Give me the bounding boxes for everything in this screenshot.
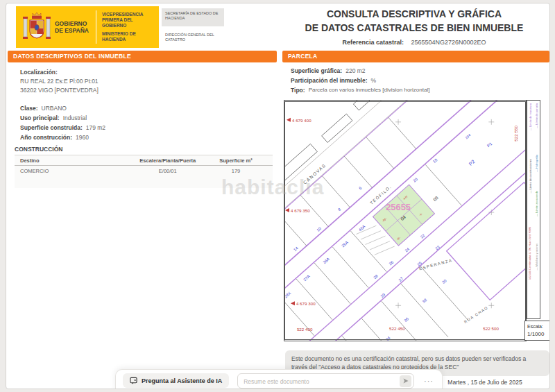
ai-assistant-bar: Pregunta al Asistente de IA ··· xyxy=(115,369,443,389)
field-superficie-construida: Superficie construida: 179 m2 xyxy=(20,124,105,131)
ai-input-wrap xyxy=(237,373,414,389)
direccion-general-text: DIRECCIÓN GENERAL DEL CATASTRO xyxy=(162,33,224,42)
logo-divider xyxy=(96,10,96,44)
table-row: COMERCIO E/00/01 179 xyxy=(15,166,273,176)
cadastral-map-svg: CÁNOVAS 16 xyxy=(284,101,526,341)
ask-ai-assistant-button[interactable]: Pregunta al Asistente de IA xyxy=(123,373,229,388)
cadastral-reference: Referencia catastral: 2565504NG2726N0002… xyxy=(278,39,550,46)
send-icon xyxy=(402,377,409,384)
document-title-line2: DE DATOS CATASTRALES DE BIEN INMUEBLE xyxy=(278,22,550,33)
field-superficie-grafica: Superficie gráfica: 220 m2 xyxy=(291,67,366,74)
construccion-title: CONSTRUCCIÓN xyxy=(15,146,62,153)
more-options-button[interactable]: ··· xyxy=(422,377,435,385)
cadastral-map: CÁNOVAS 16 xyxy=(284,100,527,341)
ask-ai-label: Pregunta al Asistente de IA xyxy=(142,377,222,384)
map-scale: Escala: 1/1000 xyxy=(524,321,550,341)
section-header-parcela: PARCELA xyxy=(282,51,549,62)
block-number: 25655 xyxy=(386,202,411,212)
legend-mobiliario-aceras: Mobiliario y aceras xyxy=(535,244,538,270)
legend-limite-construcciones: Límite de construcciones xyxy=(529,159,532,193)
scale-value: 1/1000 xyxy=(527,330,547,339)
svg-text:522 550: 522 550 xyxy=(513,126,518,142)
field-uso-principal: Uso principal: Industrial xyxy=(20,114,87,121)
svg-text:4 679 400: 4 679 400 xyxy=(292,118,311,123)
legend-limite-parcela: Límite de parcela xyxy=(535,103,538,128)
svg-text:522 500: 522 500 xyxy=(483,326,499,331)
gobierno-logo: GOBIERNO DE ESPAÑA VICEPRESIDENCIA PRIME… xyxy=(16,6,159,48)
svg-text:522 450: 522 450 xyxy=(389,326,405,331)
gobierno-text: GOBIERNO DE ESPAÑA xyxy=(55,20,89,34)
svg-text:522 400: 522 400 xyxy=(297,327,313,332)
col-escalera: Escalera/Planta/Puerta xyxy=(131,157,205,164)
table-header-row: Destino Escalera/Planta/Puerta Superfici… xyxy=(15,155,273,166)
ref-value: 2565504NG2726N0002EO xyxy=(411,39,486,46)
ai-prompt-input[interactable] xyxy=(238,375,413,389)
send-button[interactable] xyxy=(400,375,411,387)
svg-text:4 679 300: 4 679 300 xyxy=(296,301,316,306)
legend-limite-zona-verde: Límite zona verde xyxy=(535,191,538,216)
construccion-table: Destino Escalera/Planta/Puerta Superfici… xyxy=(15,155,273,188)
address-line2: 36202 VIGO [PONTEVEDRA] xyxy=(20,87,99,94)
legend-hidrografia: Hidrografía xyxy=(535,155,538,172)
chat-assistant-icon xyxy=(130,377,137,384)
field-tipo: Tipo: Parcela con varios inmuebles [divi… xyxy=(291,87,429,94)
section-header-datos-descriptivos: DATOS DESCRIPTIVOS DEL INMUEBLE xyxy=(8,51,277,62)
ministry-text: VICEPRESIDENCIA PRIMERA DEL GOBIERNO MIN… xyxy=(102,12,159,42)
localizacion-label: Localización: xyxy=(20,69,58,76)
legend-limite-manzana: Límite de manzana xyxy=(529,103,532,130)
field-participacion: Participación del inmueble: % xyxy=(291,77,376,84)
scale-label: Escala: xyxy=(527,323,547,330)
ref-label: Referencia catastral: xyxy=(342,39,404,46)
col-destino: Destino xyxy=(20,157,131,164)
document-page: GOBIERNO DE ESPAÑA VICEPRESIDENCIA PRIME… xyxy=(6,3,550,389)
svg-text:4 679 350: 4 679 350 xyxy=(291,208,310,213)
field-ano-construccion: Año construcción: 1960 xyxy=(20,134,89,141)
secretaria-box: SECRETARÍA DE ESTADO DE HACIENDA xyxy=(162,8,224,26)
spain-coat-of-arms-icon xyxy=(19,9,55,45)
map-legend: Límite de manzana Límite de construccion… xyxy=(527,100,540,319)
address-line1: RU REAL 22 Es:E Pl:00 Pt:01 xyxy=(20,78,99,85)
document-title-line1: CONSULTA DESCRIPTIVA Y GRÁFICA xyxy=(278,8,550,19)
legend-utm-note: 522.500 Coordenadas U.T.M. Huso 29 ETRS8… xyxy=(529,227,531,280)
field-clase: Clase: URBANO xyxy=(20,105,67,112)
col-superficie: Superficie m² xyxy=(205,157,267,164)
